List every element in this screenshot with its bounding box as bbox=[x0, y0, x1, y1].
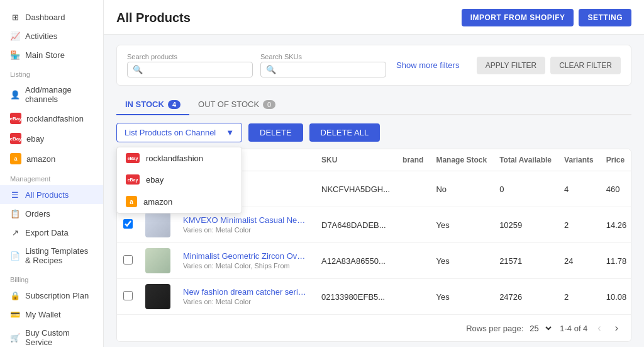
sidebar-item-add-channels[interactable]: 👤 Add/manage channels bbox=[0, 81, 103, 108]
sidebar-item-label: My Wallet bbox=[25, 310, 61, 319]
store-icon: 🏪 bbox=[10, 50, 20, 60]
tab-in-stock-label: IN STOCK bbox=[125, 100, 164, 109]
tab-in-stock[interactable]: IN STOCK 4 bbox=[116, 94, 189, 115]
row-2-manage-stock: Yes bbox=[430, 243, 493, 279]
sidebar-item-custom-service[interactable]: 🛒 Buy Custom Service bbox=[0, 324, 103, 347]
col-brand: brand bbox=[396, 149, 430, 171]
search-products-input[interactable] bbox=[147, 65, 247, 74]
row-2-sku: A12A83A86550... bbox=[315, 243, 396, 279]
sidebar-item-label: Buy Custom Service bbox=[25, 328, 93, 347]
management-section-label: Management bbox=[0, 169, 103, 185]
templates-icon: 📄 bbox=[10, 251, 20, 261]
tabs-row: IN STOCK 4 OUT OF STOCK 0 bbox=[116, 94, 631, 115]
clear-filter-button[interactable]: CLEAR FILTER bbox=[550, 57, 621, 74]
rows-per-page-select[interactable]: 25 50 100 bbox=[527, 323, 553, 334]
row-0-price: 460 bbox=[600, 171, 631, 207]
delete-button[interactable]: DELETE bbox=[248, 123, 303, 142]
row-0-total-available: 0 bbox=[493, 171, 558, 207]
row-0-brand bbox=[396, 171, 430, 207]
sidebar-item-label: Activities bbox=[25, 31, 57, 41]
next-page-button[interactable]: › bbox=[611, 321, 622, 335]
search-skus-wrap: 🔍 bbox=[260, 62, 386, 77]
prev-page-button[interactable]: ‹ bbox=[594, 321, 604, 335]
sidebar-item-all-products[interactable]: ☰ All Products bbox=[0, 185, 103, 204]
tab-out-of-stock[interactable]: OUT OF STOCK 0 bbox=[189, 94, 284, 115]
row-2-checkbox[interactable] bbox=[123, 255, 133, 265]
channel-select[interactable]: List Products on Channel ▼ eBay rockland… bbox=[116, 123, 242, 142]
activities-icon: 📈 bbox=[10, 31, 20, 41]
row-3-checkbox[interactable] bbox=[123, 291, 133, 300]
sidebar-item-orders[interactable]: 📋 Orders bbox=[0, 204, 103, 223]
sidebar-item-label: Add/manage channels bbox=[25, 85, 93, 104]
sidebar-item-label: Main Store bbox=[25, 50, 65, 60]
sidebar-item-rocklandfashion[interactable]: eBay rocklandfashion bbox=[0, 108, 103, 128]
row-3-checkbox-cell bbox=[117, 279, 139, 315]
dropdown-item-label: amazon bbox=[143, 197, 172, 207]
row-0-manage-stock: No bbox=[430, 171, 493, 207]
sidebar-item-wallet[interactable]: 💳 My Wallet bbox=[0, 305, 103, 324]
row-1-product-name[interactable]: KMVEXO Minimalist Casual Neck Ch... bbox=[183, 215, 309, 225]
sidebar-item-export-data[interactable]: ↗ Export Data bbox=[0, 223, 103, 242]
row-3-product-name[interactable]: New fashion dream catcher series J... bbox=[183, 287, 309, 297]
delete-all-button[interactable]: DELETE ALL bbox=[309, 123, 380, 142]
row-1-manage-stock: Yes bbox=[430, 207, 493, 243]
sidebar-item-label: rocklandfashion bbox=[26, 114, 84, 123]
col-total-available: Total Available bbox=[493, 149, 558, 171]
apply-filter-button[interactable]: APPLY FILTER bbox=[477, 57, 545, 74]
sidebar-item-label: All Products bbox=[25, 190, 69, 200]
sidebar-item-ebay[interactable]: eBay ebay bbox=[0, 128, 103, 149]
search-products-wrap: 🔍 bbox=[127, 62, 253, 77]
pagination-row: Rows per page: 25 50 100 1-4 of 4 ‹ › bbox=[117, 314, 631, 341]
sidebar-item-subscription[interactable]: 🔒 Subscription Plan bbox=[0, 286, 103, 305]
dropdown-item-rocklandfashion[interactable]: eBay rocklandfashion bbox=[117, 147, 242, 169]
row-0-sku: NKCFVHA5DGH... bbox=[315, 171, 396, 207]
row-1-brand bbox=[396, 207, 430, 243]
row-2-thumbnail bbox=[145, 248, 170, 273]
sidebar-item-label: Dashboard bbox=[25, 13, 65, 22]
row-2-price: 11.78 bbox=[600, 243, 631, 279]
col-manage-stock: Manage Stock bbox=[430, 149, 493, 171]
table-row: Minimalist Geometric Zircon Oval Ea...Va… bbox=[117, 243, 631, 279]
row-1-total-available: 10259 bbox=[493, 207, 558, 243]
row-3-price: 10.08 bbox=[600, 279, 631, 315]
row-2-brand bbox=[396, 243, 430, 279]
search-products-icon: 🔍 bbox=[133, 65, 143, 74]
row-2-product-name[interactable]: Minimalist Geometric Zircon Oval Ea... bbox=[183, 251, 309, 261]
service-icon: 🛒 bbox=[10, 333, 20, 343]
setting-button[interactable]: SETTING bbox=[579, 9, 631, 26]
row-2-variants: 24 bbox=[558, 243, 600, 279]
tab-out-of-stock-badge: 0 bbox=[263, 100, 275, 109]
rows-per-page-label: Rows per page: bbox=[466, 324, 523, 333]
sidebar-item-amazon[interactable]: a amazon bbox=[0, 149, 103, 169]
subscription-icon: 🔒 bbox=[10, 290, 20, 300]
dropdown-item-ebay[interactable]: eBay ebay bbox=[117, 169, 242, 190]
show-more-filters-link[interactable]: Show more filters bbox=[396, 60, 459, 70]
row-2-name-cell: Minimalist Geometric Zircon Oval Ea...Va… bbox=[177, 243, 315, 279]
sidebar-item-label: Listing Templates & Recipes bbox=[25, 246, 93, 265]
page-info: 1-4 of 4 bbox=[560, 324, 587, 333]
products-icon: ☰ bbox=[10, 190, 20, 200]
search-skus-input[interactable] bbox=[280, 65, 380, 74]
sidebar-item-label: ebay bbox=[26, 134, 44, 144]
sidebar-item-main-store[interactable]: 🏪 Main Store bbox=[0, 45, 103, 64]
sidebar-item-activities[interactable]: 📈 Activities bbox=[0, 26, 103, 45]
main-content-area: Search products 🔍 Search SKUs 🔍 Show mor… bbox=[104, 35, 644, 347]
row-1-variants: 2 bbox=[558, 207, 600, 243]
search-skus-label: Search SKUs bbox=[260, 53, 386, 60]
filter-actions: APPLY FILTER CLEAR FILTER bbox=[477, 57, 621, 74]
sidebar-item-listing-templates[interactable]: 📄 Listing Templates & Recipes bbox=[0, 242, 103, 270]
dropdown-item-label: rocklandfashion bbox=[146, 154, 203, 163]
dropdown-item-label: ebay bbox=[146, 175, 164, 185]
orders-icon: 📋 bbox=[10, 208, 20, 219]
col-sku: SKU bbox=[315, 149, 396, 171]
chevron-down-icon: ▼ bbox=[226, 128, 234, 137]
row-1-checkbox[interactable] bbox=[123, 219, 133, 229]
dropdown-item-amazon[interactable]: a amazon bbox=[117, 190, 242, 213]
search-skus-icon: 🔍 bbox=[266, 65, 276, 74]
row-3-variant: Varies on: Metal Color bbox=[183, 298, 251, 305]
search-products-group: Search products 🔍 bbox=[127, 53, 253, 77]
search-products-label: Search products bbox=[127, 53, 253, 60]
col-price: Price bbox=[600, 149, 631, 171]
sidebar-item-dashboard[interactable]: ⊞ Dashboard bbox=[0, 8, 103, 26]
import-from-shopify-button[interactable]: IMPORT FROM SHOPIFY bbox=[462, 9, 574, 26]
